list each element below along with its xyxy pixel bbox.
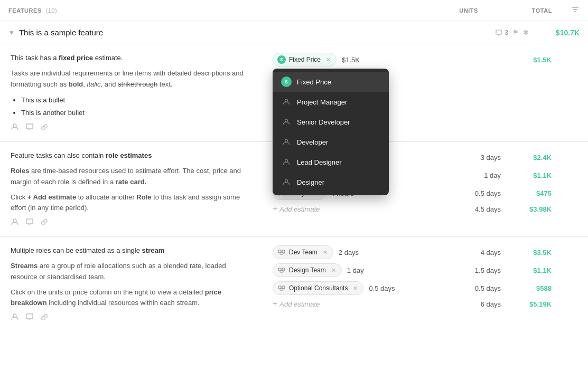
svg-point-7 bbox=[285, 159, 288, 162]
task1-right: $ Fixed Price ✕ $ Fixed Price Project Ma… bbox=[264, 44, 560, 141]
remove-estimate-button[interactable]: ✕ bbox=[326, 56, 331, 63]
stream-icon bbox=[277, 248, 286, 256]
task3-icons bbox=[11, 313, 254, 323]
link-icon[interactable] bbox=[40, 313, 49, 323]
user-icon[interactable] bbox=[11, 123, 19, 133]
task2-add-estimate-button[interactable]: + Add estimate bbox=[273, 204, 320, 214]
fixed-price-icon: $ bbox=[277, 55, 286, 64]
task1-estimate-value[interactable]: $1.5K bbox=[342, 56, 360, 64]
optional-consultants-label: Optional Consultants bbox=[289, 284, 348, 292]
consultants-value[interactable]: 0.5 days bbox=[369, 284, 395, 292]
task3-section: Multiple roles can be estimated as a sin… bbox=[0, 237, 588, 331]
developer-total: $2.4K bbox=[509, 154, 552, 161]
comment-icon[interactable] bbox=[25, 218, 34, 228]
design-team-tag[interactable]: Design Team ✕ bbox=[273, 263, 342, 277]
task3-title: Multiple roles can be estimated as a sin… bbox=[11, 245, 254, 256]
dropdown-label-developer: Developer bbox=[297, 138, 328, 146]
senior-dev-total: $1.1K bbox=[509, 172, 552, 179]
design-team-units: 1.5 days bbox=[459, 266, 501, 274]
svg-rect-20 bbox=[278, 286, 281, 289]
svg-point-9 bbox=[13, 219, 16, 222]
comment-icon[interactable] bbox=[25, 313, 34, 323]
analyst-units: 0.5 days bbox=[459, 189, 501, 197]
dropdown-item-lead-designer[interactable]: Lead Designer bbox=[273, 152, 389, 172]
consultants-total: $588 bbox=[509, 284, 552, 292]
task3-add-estimate-button[interactable]: + Add estimate bbox=[273, 299, 320, 309]
svg-point-6 bbox=[285, 139, 288, 142]
col-total-label: TOTAL bbox=[510, 7, 552, 14]
feature-title: This is a sample feature bbox=[19, 28, 495, 37]
dropdown-item-designer[interactable]: Designer bbox=[273, 172, 389, 192]
optional-consultants-tag[interactable]: Optional Consultants ✕ bbox=[273, 281, 363, 295]
comment-badge[interactable]: 3 bbox=[495, 29, 508, 36]
task3-desc2: Click on the units or price column on th… bbox=[11, 287, 254, 309]
design-team-value[interactable]: 1 day bbox=[347, 266, 364, 274]
dropdown-item-project-manager[interactable]: Project Manager bbox=[273, 92, 389, 112]
user-icon[interactable] bbox=[11, 313, 19, 323]
flag-icon[interactable]: ⚑ bbox=[512, 28, 519, 36]
task2-desc2: Click + Add estimate to allocate another… bbox=[11, 192, 254, 214]
remove-dev-team-button[interactable]: ✕ bbox=[323, 249, 328, 256]
remove-design-team-button[interactable]: ✕ bbox=[331, 267, 336, 274]
svg-point-8 bbox=[285, 179, 288, 182]
task1-estimate-total: $1.5K bbox=[509, 56, 552, 64]
task1-bullets: This is a bullet This is another bullet bbox=[11, 94, 254, 119]
role-icon-dev bbox=[281, 137, 292, 147]
table-header: FEATURES (10) UNITS TOTAL bbox=[0, 0, 588, 21]
chevron-down-icon[interactable]: ▼ bbox=[8, 29, 15, 36]
design-team-label: Design Team bbox=[289, 266, 326, 274]
svg-rect-14 bbox=[278, 250, 281, 253]
remove-consultants-button[interactable]: ✕ bbox=[353, 285, 358, 292]
design-team-total: $1.1K bbox=[509, 266, 552, 274]
dev-team-tag[interactable]: Dev Team ✕ bbox=[273, 245, 333, 259]
role-icon-sd bbox=[281, 117, 292, 127]
features-label: FEATURES (10) bbox=[8, 7, 415, 14]
col-units-label: UNITS bbox=[415, 7, 478, 14]
task3-left: Multiple roles can be estimated as a sin… bbox=[0, 237, 264, 331]
link-icon[interactable] bbox=[40, 123, 49, 133]
task1-detail: Tasks are individual requirements or lin… bbox=[11, 68, 254, 90]
feature-actions: 3 ⚑ ✱ bbox=[495, 28, 529, 36]
task2-add-row: + Add estimate 4.5 days $3.98K bbox=[273, 204, 552, 214]
star-icon[interactable]: ✱ bbox=[523, 28, 529, 36]
task3-add-total: $5.19K bbox=[509, 300, 552, 308]
task2-left: Feature tasks can also contain role esti… bbox=[0, 142, 264, 236]
svg-rect-21 bbox=[282, 286, 285, 289]
comment-icon[interactable] bbox=[25, 123, 34, 133]
task2-icons bbox=[11, 218, 254, 228]
role-icon-des bbox=[281, 177, 292, 187]
task1-section: This task has a fixed price estimate. Ta… bbox=[0, 44, 588, 142]
fixed-price-tag[interactable]: $ Fixed Price ✕ bbox=[273, 53, 337, 66]
task1-icons bbox=[11, 123, 254, 133]
task3-add-label: Add estimate bbox=[279, 300, 320, 308]
fixed-price-label: Fixed Price bbox=[289, 56, 321, 63]
bullet-item: This is a bullet bbox=[21, 94, 254, 106]
dropdown-label-designer: Designer bbox=[297, 178, 324, 186]
svg-point-13 bbox=[13, 314, 16, 317]
role-icon-ld bbox=[281, 157, 292, 167]
filter-icon[interactable] bbox=[571, 5, 580, 15]
dropdown-label-fixed-price: Fixed Price bbox=[297, 78, 331, 86]
estimate-type-dropdown: $ Fixed Price Project Manager Senior D bbox=[273, 69, 389, 195]
task3-add-units: 6 days bbox=[459, 300, 501, 308]
link-icon[interactable] bbox=[40, 218, 49, 228]
dev-team-total: $3.5K bbox=[509, 249, 552, 256]
user-icon[interactable] bbox=[11, 218, 19, 228]
dropdown-item-fixed-price[interactable]: $ Fixed Price bbox=[273, 72, 389, 92]
dropdown-item-senior-developer[interactable]: Senior Developer bbox=[273, 112, 389, 132]
task1-estimate-wrapper: $ Fixed Price ✕ $ Fixed Price Project Ma… bbox=[273, 53, 337, 66]
fixed-price-dropdown-icon: $ bbox=[281, 77, 292, 87]
dropdown-label-senior-developer: Senior Developer bbox=[297, 118, 350, 126]
task2-add-total: $3.98K bbox=[509, 205, 552, 213]
stream-icon bbox=[277, 266, 286, 274]
svg-point-5 bbox=[285, 119, 288, 122]
role-icon-pm bbox=[281, 97, 292, 107]
dropdown-item-developer[interactable]: Developer bbox=[273, 132, 389, 152]
svg-rect-22 bbox=[280, 289, 283, 290]
task3-design-team-row: Design Team ✕ 1 day 1.5 days $1.1K bbox=[273, 263, 552, 277]
stream-icon bbox=[277, 284, 286, 292]
task3-right: Dev Team ✕ 2 days 4 days $3.5K Design Te… bbox=[264, 237, 560, 331]
dev-team-value[interactable]: 2 days bbox=[339, 249, 359, 256]
task3-desc1: Streams are a group of role allocations … bbox=[11, 261, 254, 283]
feature-row: ▼ This is a sample feature 3 ⚑ ✱ $10.7K bbox=[0, 21, 588, 44]
